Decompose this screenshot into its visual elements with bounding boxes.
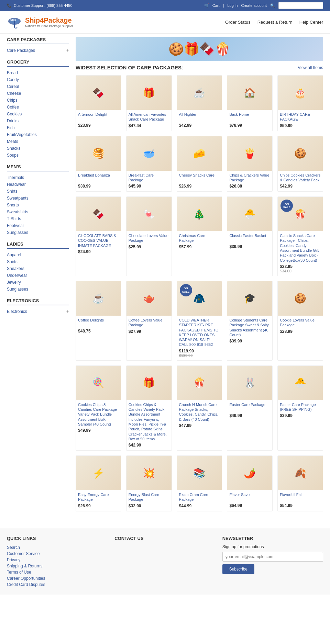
return-link[interactable]: Request a Return xyxy=(257,20,293,25)
sidebar-item-sneakers[interactable]: Sneakers xyxy=(7,265,69,272)
product-card[interactable]: 🍿 Crunch N Munch Care Package Snacks, Co… xyxy=(177,365,222,451)
sidebar-item-cereal[interactable]: Cereal xyxy=(7,83,69,90)
product-price: $49.99 xyxy=(78,428,119,433)
product-card[interactable]: 🥞 Breakfast Bonanza $38.99 xyxy=(76,136,121,192)
product-card[interactable]: 🏠 Back Home $78.99 xyxy=(227,75,273,131)
product-card[interactable]: ONSALE 🍿 Classic Snacks Care Package - C… xyxy=(277,196,323,276)
product-card[interactable]: 🍟 Chips & Crackers Value Package $26.88 xyxy=(227,136,273,192)
product-card[interactable]: 📚 Exam Cram Care Package $44.99 xyxy=(177,455,222,511)
sidebar-ladies-title: LADIES xyxy=(7,241,69,249)
product-card[interactable]: ⚡ Easy Energy Care Package $26.99 xyxy=(76,455,121,511)
sidebar-item-jewelry[interactable]: Jewelry xyxy=(7,279,69,286)
product-name: Cheesy Snacks Care xyxy=(179,173,220,182)
product-name: COLD WEATHER STARTER KIT- PRE PACKAGED I… xyxy=(179,318,220,347)
sidebar-item-mens-sunglasses[interactable]: Sunglasses xyxy=(7,229,69,236)
product-card[interactable]: 🍭 Cookies Chips & Candies Care Package V… xyxy=(76,365,121,451)
subscribe-button[interactable]: Subscribe xyxy=(222,564,254,574)
product-card[interactable]: ☕ All Nighter $42.99 xyxy=(177,75,222,131)
sidebar-item-tshirts[interactable]: T-Shirts xyxy=(7,215,69,222)
create-account-link[interactable]: Create account xyxy=(241,3,267,8)
sidebar-item-bread[interactable]: Bread xyxy=(7,69,69,76)
product-price: $42.99 xyxy=(129,443,169,448)
help-link[interactable]: Help Center xyxy=(299,20,323,25)
footer-link-credit[interactable]: Credit Card Disputes xyxy=(7,581,108,588)
sidebar-item-sweatpants[interactable]: Sweatpants xyxy=(7,195,69,202)
product-card[interactable]: 🐣 Classic Easter Basket $39.99 xyxy=(227,196,273,276)
footer-link-careers[interactable]: Career Opportunities xyxy=(7,575,108,581)
sidebar-item-drinks[interactable]: Drinks xyxy=(7,117,69,124)
product-card[interactable]: 🍪 Cookie Lovers Value Package $28.99 xyxy=(277,281,323,361)
product-card[interactable]: 🍬 Chocolate Lovers Value Package $25.99 xyxy=(126,196,172,276)
sidebar-item-meats[interactable]: Meats xyxy=(7,138,69,145)
product-price: $23.99 xyxy=(78,123,119,128)
sidebar-item-snacks[interactable]: Snacks xyxy=(7,145,69,152)
sidebar-item-mens-shirts[interactable]: Shirts xyxy=(7,188,69,195)
logo-sub: Nation's #1 Care Package Supplier xyxy=(25,24,73,28)
product-card[interactable]: 🍫 CHOCOLATE BARS & COOKIES VALUE INMATE … xyxy=(76,196,121,276)
sidebar-item-chips[interactable]: Chips xyxy=(7,97,69,104)
product-info: Easter Care Package (FREE SHIPPING) $39.… xyxy=(278,400,323,421)
sidebar-item-shorts[interactable]: Shorts xyxy=(7,202,69,208)
newsletter-input[interactable] xyxy=(222,552,323,562)
footer-link-privacy[interactable]: Privacy xyxy=(7,557,108,563)
product-card[interactable]: ☕ Coffee Delights $48.75 xyxy=(76,281,121,361)
product-card[interactable]: 🎂 BIRTHDAY CARE PACKAGE $59.99 xyxy=(277,75,323,131)
product-info: Chocolate Lovers Value Package $25.99 xyxy=(126,231,172,252)
product-info: Classic Snacks Care Package - Chips, Coo… xyxy=(278,231,323,276)
sidebar-item-footwear[interactable]: Footwear xyxy=(7,222,69,229)
order-status-link[interactable]: Order Status xyxy=(225,20,251,25)
product-price: $38.99 xyxy=(78,184,119,189)
product-info: CHOCOLATE BARS & COOKIES VALUE INMATE PA… xyxy=(76,231,121,257)
sidebar-item-ladies-sunglasses[interactable]: Sunglasses xyxy=(7,286,69,293)
sidebar-item-thermals[interactable]: Thermals xyxy=(7,174,69,181)
product-card[interactable]: 🐣 Easter Care Package (FREE SHIPPING) $3… xyxy=(277,365,323,451)
product-card[interactable]: 🌶️ Flavor Savor $64.99 xyxy=(227,455,273,511)
product-card[interactable]: 🎄 Christmas Care Package $57.99 xyxy=(177,196,222,276)
product-card[interactable]: 🐰 Easter Care Package $49.99 xyxy=(227,365,273,451)
sidebar-item-coffee[interactable]: Coffee xyxy=(7,104,69,111)
product-card[interactable]: 🍂 Flavorfull Fall $54.99 xyxy=(277,455,323,511)
product-info: COLD WEATHER STARTER KIT- PRE PACKAGED I… xyxy=(177,316,222,360)
sidebar-item-sweatshirts[interactable]: Sweatshirts xyxy=(7,208,69,215)
login-link[interactable]: Log in xyxy=(227,3,238,8)
product-name: Easter Care Package (FREE SHIPPING) xyxy=(280,402,321,412)
product-name: Cookies Chips & Candies Variety Pack Bun… xyxy=(129,402,169,441)
product-card[interactable]: 🫖 Coffee Lovers Value Package $27.99 xyxy=(126,281,172,361)
search-input[interactable] xyxy=(278,2,323,9)
product-card[interactable]: 💥 Energy Blast Care Package $32.00 xyxy=(126,455,172,511)
product-card[interactable]: 🧀 Cheesy Snacks Care $26.99 xyxy=(177,136,222,192)
main-content: 🍪🎁🍫🍿 WIDEST SELECTION OF CARE PACKAGES: … xyxy=(76,37,323,518)
footer-link-terms[interactable]: Terms of Use xyxy=(7,569,108,575)
sidebar-item-candy[interactable]: Candy xyxy=(7,76,69,83)
footer-quick-links: QUICK LINKS Search Customer Service Priv… xyxy=(7,536,108,588)
sidebar-item-cheese[interactable]: Cheese xyxy=(7,90,69,97)
product-name: Cookie Lovers Value Package xyxy=(280,318,321,328)
product-price: $64.99 xyxy=(229,503,270,508)
product-card[interactable]: 🎓 College Students Care Package Sweet & … xyxy=(227,281,273,361)
product-card[interactable]: 🎁 All American Favorites Snack Care Pack… xyxy=(126,75,172,131)
product-card[interactable]: 🥣 Breakfast Care Package $45.99 xyxy=(126,136,172,192)
sidebar-item-apparel[interactable]: Apparel xyxy=(7,251,69,258)
product-card[interactable]: ONSALE 🧥 COLD WEATHER STARTER KIT- PRE P… xyxy=(177,281,222,361)
sidebar-item-fish[interactable]: Fish xyxy=(7,124,69,131)
product-card[interactable]: 🍪 Chips Cookies Crackers & Candies Varie… xyxy=(277,136,323,192)
footer-link-shipping[interactable]: Shipping & Returns xyxy=(7,563,108,569)
cart-link[interactable]: Cart xyxy=(212,3,220,8)
sidebar-item-underwear[interactable]: Underwear xyxy=(7,272,69,279)
sidebar-item-care-packages[interactable]: Care Packages + xyxy=(7,47,69,54)
footer-link-customer-service[interactable]: Customer Service xyxy=(7,551,108,557)
view-all-link[interactable]: View all Items xyxy=(298,65,323,70)
sidebar-item-fruit-veg[interactable]: Fruit/Vegetables xyxy=(7,131,69,138)
sidebar-item-headwear[interactable]: Headwear xyxy=(7,181,69,188)
sidebar-item-soups[interactable]: Soups xyxy=(7,152,69,159)
sidebar-item-cookies[interactable]: Cookies xyxy=(7,111,69,117)
product-price: $57.99 xyxy=(179,245,220,249)
product-card[interactable]: 🎁 Cookies Chips & Candies Variety Pack B… xyxy=(126,365,172,451)
sidebar-item-electronics[interactable]: Electronics + xyxy=(7,308,69,315)
product-name: Exam Cram Care Package xyxy=(179,492,220,502)
logo-icon: Ship xyxy=(7,14,22,30)
product-image: 🎓 xyxy=(227,281,272,316)
sidebar-item-ladies-shirts[interactable]: Shirts xyxy=(7,258,69,265)
footer-link-search[interactable]: Search xyxy=(7,544,108,551)
product-card[interactable]: 🍫 Afternoon Delight $23.99 xyxy=(76,75,121,131)
